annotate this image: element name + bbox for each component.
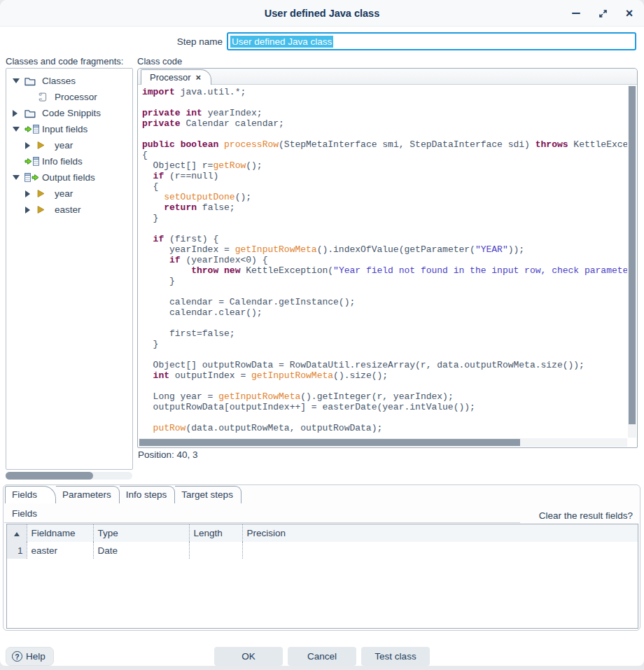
code-line [142,412,627,423]
script-icon [37,92,54,102]
bottom-tabs: FieldsParametersInfo stepsTarget steps [5,486,241,503]
code-line [142,349,627,360]
cursor-position-label: Position: 40, 3 [138,449,206,461]
tree-item-output-fields[interactable]: Output fields [6,169,132,186]
tree-item-code-snippits[interactable]: Code Snippits [6,105,132,121]
code-horizontal-scrollbar[interactable] [139,438,627,447]
input-fields-icon [24,125,41,134]
tree-expander-closed-icon[interactable] [25,190,37,197]
cell-length[interactable] [189,542,242,559]
code-line: public boolean processRow(StepMetaInterf… [142,139,627,150]
code-line: } [142,213,627,223]
close-button[interactable]: × [623,7,636,20]
tab-target-steps[interactable]: Target steps [175,486,241,503]
scrollbar-thumb[interactable] [629,86,636,424]
code-line [142,223,627,234]
titlebar[interactable]: User defined Java class × [0,0,644,27]
tree-item-input-fields[interactable]: Input fields [6,121,132,137]
tab-processor[interactable]: Processor × [141,69,211,85]
code-line: { [142,150,627,160]
bottom-panel: FieldsParametersInfo stepsTarget steps F… [3,484,640,631]
code-line: int outputIndex = getInputRowMeta().size… [142,370,627,381]
step-name-input[interactable]: User defined Java class [227,32,636,50]
tree-item-label: year [55,140,73,151]
code-line: setOutputDone(); [142,192,627,202]
scrollbar-thumb[interactable] [6,472,93,480]
code-line: calendar.clear(); [142,307,627,318]
tree-expander-closed-icon[interactable] [25,142,37,149]
tab-close-icon[interactable]: × [196,72,202,83]
class-code-label: Class code [137,56,182,67]
cell-fieldname[interactable]: easter [27,542,93,559]
tab-fields[interactable]: Fields [5,486,56,503]
code-line: { [142,181,627,192]
window-controls: × [570,0,636,27]
ok-button[interactable]: OK [214,647,283,666]
row-number-header[interactable] [7,524,27,542]
tree-item-label: Classes [42,76,76,86]
column-header-length[interactable]: Length [189,524,242,542]
code-panel: Processor × import java.util.*;private i… [137,68,638,448]
cancel-button[interactable]: Cancel [288,647,356,666]
column-header-fieldname[interactable]: Fieldname [27,524,93,542]
minimize-button[interactable] [570,7,582,20]
column-header-precision[interactable]: Precision [242,524,638,542]
close-icon: × [626,7,634,20]
cell-type[interactable]: Date [93,542,189,559]
tree-item-info-fields[interactable]: Info fields [6,153,132,169]
scrollbar-thumb[interactable] [139,439,520,446]
code-line: yearIndex = getInputRowMeta().indexOfVal… [142,244,627,255]
test-class-button[interactable]: Test class [361,647,430,666]
code-editor[interactable]: import java.util.*;private int yearIndex… [139,85,627,438]
table-header-row: FieldnameTypeLengthPrecision [7,524,638,542]
code-line [142,97,627,108]
fields-grid: FieldnameTypeLengthPrecision1easterDate [7,524,638,559]
clear-result-fields-link[interactable]: Clear the result fields? [539,510,633,521]
tree-item-processor[interactable]: Processor [6,89,132,105]
folder-icon [24,76,41,86]
code-line: } [142,339,627,349]
tree-item-label: Info fields [42,156,83,167]
code-line [142,129,627,139]
code-line: private Calendar calendar; [142,118,627,129]
tree-item-label: Code Snippits [42,108,101,118]
code-line: putRow(data.outputRowMeta, outputRowData… [142,423,627,433]
tree-item-label: year [55,188,73,199]
tree-item-year[interactable]: year [6,137,132,153]
code-vertical-scrollbar[interactable] [628,85,636,438]
fields-table[interactable]: FieldnameTypeLengthPrecision1easterDate [6,524,638,629]
tree-expander-open-icon[interactable] [13,175,24,180]
cell-precision[interactable] [242,542,638,559]
sort-ascending-icon [14,532,20,536]
tree-expander-closed-icon[interactable] [25,207,37,214]
code-line: return false; [142,202,627,213]
classes-tree[interactable]: ClassesProcessorCode SnippitsInput field… [6,68,133,470]
code-line: outputRowData[outputIndex++] = easterDat… [142,402,627,412]
restore-button[interactable] [596,7,609,20]
folder-icon [24,109,41,118]
column-header-type[interactable]: Type [93,524,189,542]
code-line: calendar = Calendar.getInstance(); [142,297,627,307]
step-name-value: User defined Java class [230,36,333,48]
code-line: Long year = getInputRowMeta().getInteger… [142,391,627,402]
user-defined-java-class-dialog: User defined Java class × Step name User… [0,0,644,666]
tree-item-year[interactable]: year [6,186,132,202]
gold-arrow-icon [37,190,54,197]
tree-item-easter[interactable]: easter [6,202,132,218]
classes-and-fragments-label: Classes and code fragments: [6,56,123,67]
tab-info-steps[interactable]: Info steps [120,486,176,503]
code-line: import java.util.*; [142,87,627,97]
tree-item-label: Output fields [42,172,95,183]
tree-item-label: Processor [55,92,97,102]
divider [4,522,520,523]
input-fields-icon [24,157,41,166]
page-background: User defined Java class × Step name User… [0,0,644,670]
tree-expander-closed-icon[interactable] [13,110,24,117]
tree-expander-open-icon[interactable] [13,127,24,132]
tree-horizontal-scrollbar[interactable] [6,472,132,480]
tree-item-classes[interactable]: Classes [6,73,132,89]
code-line: } [142,276,627,286]
tree-expander-open-icon[interactable] [13,78,24,83]
tab-parameters[interactable]: Parameters [56,486,120,503]
table-row[interactable]: 1easterDate [7,542,638,559]
